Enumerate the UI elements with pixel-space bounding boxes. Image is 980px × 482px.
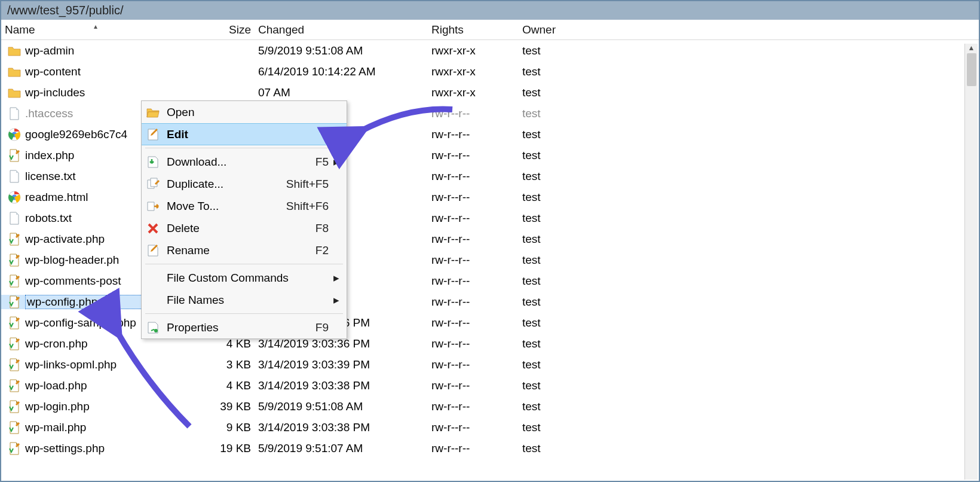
file-rights: rw-r--r-- [428, 400, 519, 413]
file-changed: 5/9/2019 9:51:08 AM [255, 400, 428, 413]
file-manager-window: /www/test_957/public/ ▴ Name Size Change… [0, 0, 980, 482]
file-rights: rwxr-xr-x [428, 86, 519, 99]
chrome-icon [7, 127, 22, 142]
php-icon [7, 441, 22, 456]
menu-item-duplicate[interactable]: Duplicate...Shift+F5 [142, 173, 347, 195]
menu-item-download[interactable]: Download...F5▸ [142, 151, 347, 173]
php-icon [7, 358, 22, 372]
file-row[interactable]: wp-mail.php9 KB3/14/2019 3:03:38 PMrw-r-… [1, 417, 979, 438]
php-icon [7, 316, 22, 330]
file-rights: rw-r--r-- [428, 149, 519, 162]
file-row[interactable]: wp-settings.php19 KB5/9/2019 9:51:07 AMr… [1, 438, 979, 459]
menu-item-label: File Names [162, 294, 329, 307]
submenu-arrow-icon: ▸ [332, 293, 341, 307]
scroll-up-arrow-icon[interactable]: ▲ [968, 44, 975, 52]
file-row[interactable]: wp-content6/14/2019 10:14:22 AMrwxr-xr-x… [1, 61, 979, 82]
file-owner: test [519, 149, 590, 162]
menu-item-open[interactable]: Open [142, 101, 347, 123]
header-size[interactable]: Size [190, 23, 255, 36]
file-rights: rw-r--r-- [428, 170, 519, 183]
file-row[interactable]: wp-links-opml.php3 KB3/14/2019 3:03:39 P… [1, 354, 979, 375]
menu-separator [145, 148, 343, 148]
menu-item-file-names[interactable]: File Names▸ [142, 289, 347, 311]
file-row[interactable]: wp-includes07 AMrwxr-xr-xtest [1, 82, 979, 103]
menu-item-label: Move To... [162, 200, 286, 213]
menu-item-label: Download... [162, 155, 316, 169]
download-icon [146, 155, 160, 169]
menu-item-shortcut: Shift+F6 [286, 200, 329, 213]
folder-open-icon [146, 105, 160, 120]
window-titlebar: /www/test_957/public/ [1, 1, 979, 20]
file-owner: test [519, 65, 590, 78]
menu-item-rename[interactable]: RenameF2 [142, 239, 347, 261]
php-icon [7, 399, 22, 414]
file-name: wp-mail.php [25, 421, 186, 434]
php-icon [7, 337, 22, 351]
menu-item-shortcut: F5 [316, 155, 329, 169]
header-owner[interactable]: Owner [519, 23, 590, 36]
file-name: wp-login.php [25, 400, 186, 413]
file-size: 4 KB [190, 379, 255, 392]
file-name: wp-links-opml.php [25, 358, 186, 371]
menu-item-file-custom-commands[interactable]: File Custom Commands▸ [142, 267, 347, 289]
menu-item-label: Properties [162, 321, 316, 334]
sort-arrow-icon: ▴ [94, 22, 97, 30]
file-owner: test [519, 400, 590, 413]
column-headers: ▴ Name Size Changed Rights Owner [1, 20, 979, 40]
properties-icon [146, 321, 160, 335]
file-row[interactable]: wp-load.php4 KB3/14/2019 3:03:38 PMrw-r-… [1, 375, 979, 396]
file-owner: test [519, 86, 590, 99]
edit-icon [146, 127, 160, 142]
file-name: wp-admin [25, 44, 186, 57]
scrollbar-thumb[interactable] [967, 53, 976, 86]
window-title: /www/test_957/public/ [7, 4, 124, 17]
file-name: wp-settings.php [25, 442, 186, 455]
file-changed: 6/14/2019 10:14:22 AM [255, 65, 428, 78]
file-changed: 5/9/2019 9:51:07 AM [255, 442, 428, 455]
header-changed[interactable]: Changed [255, 23, 428, 36]
file-size: 19 KB [190, 442, 255, 455]
submenu-arrow-icon: ▸ [332, 271, 341, 285]
file-owner: test [519, 316, 590, 330]
file-owner: test [519, 442, 590, 455]
file-icon [7, 106, 22, 121]
file-rights: rw-r--r-- [428, 107, 519, 120]
file-owner: test [519, 379, 590, 392]
menu-item-label: Duplicate... [162, 178, 286, 191]
file-owner: test [519, 274, 590, 288]
menu-separator [145, 313, 343, 314]
menu-item-edit[interactable]: Edit▸ [142, 123, 347, 145]
menu-item-shortcut: F9 [316, 321, 329, 334]
submenu-arrow-icon: ▸ [332, 127, 341, 141]
file-rights: rw-r--r-- [428, 191, 519, 204]
file-owner: test [519, 295, 590, 309]
file-list-panel: ▴ Name Size Changed Rights Owner wp-admi… [1, 20, 979, 481]
header-name[interactable]: ▴ Name [1, 23, 190, 36]
file-rights: rwxr-xr-x [428, 65, 519, 78]
chrome-icon [7, 190, 22, 205]
file-owner: test [519, 421, 590, 434]
menu-item-label: File Custom Commands [162, 271, 329, 285]
php-icon [7, 379, 22, 393]
menu-item-move-to[interactable]: Move To...Shift+F6 [142, 195, 347, 217]
menu-item-shortcut: F2 [316, 244, 329, 257]
menu-item-properties[interactable]: PropertiesF9 [142, 316, 347, 338]
php-icon [7, 232, 22, 246]
php-icon [7, 295, 22, 309]
file-row[interactable]: wp-admin5/9/2019 9:51:08 AMrwxr-xr-xtest [1, 40, 979, 61]
file-row[interactable]: wp-login.php39 KB5/9/2019 9:51:08 AMrw-r… [1, 396, 979, 417]
file-rights: rw-r--r-- [428, 128, 519, 141]
vertical-scrollbar[interactable]: ▲ [964, 44, 978, 480]
menu-item-delete[interactable]: DeleteF8 [142, 217, 347, 239]
context-menu: OpenEdit▸Download...F5▸Duplicate...Shift… [141, 100, 347, 339]
folder-icon [7, 65, 22, 79]
file-rights: rw-r--r-- [428, 421, 519, 434]
folder-icon [7, 86, 22, 100]
menu-item-shortcut: F8 [316, 222, 329, 235]
file-rights: rw-r--r-- [428, 212, 519, 225]
header-rights[interactable]: Rights [428, 23, 519, 36]
file-changed: 5/9/2019 9:51:08 AM [255, 44, 428, 57]
file-name: wp-includes [25, 86, 186, 99]
file-owner: test [519, 233, 590, 246]
file-rights: rw-r--r-- [428, 295, 519, 309]
